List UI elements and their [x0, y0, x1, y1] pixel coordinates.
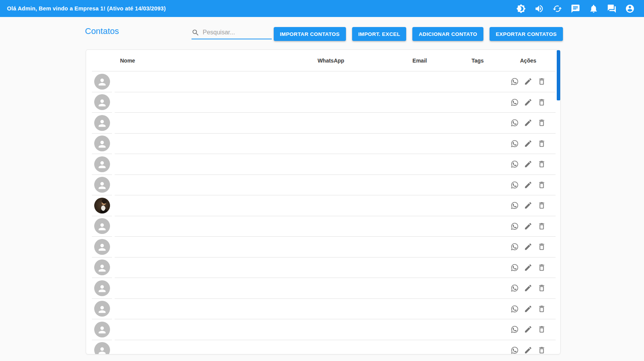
import-excel-button[interactable]: IMPORT. EXCEL: [352, 27, 407, 41]
edit-contact-button[interactable]: [523, 345, 533, 354]
delete-trash-icon: [537, 325, 546, 334]
row-cells: [115, 258, 556, 278]
delete-contact-button[interactable]: [537, 283, 547, 293]
delete-contact-button[interactable]: [537, 97, 547, 107]
edit-pencil-icon: [524, 263, 532, 272]
edit-pencil-icon: [524, 305, 532, 313]
delete-contact-button[interactable]: [537, 263, 547, 273]
person-icon: [97, 159, 107, 170]
table-row: [86, 278, 560, 299]
delete-contact-button[interactable]: [537, 76, 547, 86]
edit-contact-button[interactable]: [523, 118, 533, 128]
whatsapp-action-button[interactable]: [510, 324, 520, 334]
table-scrollbar-thumb[interactable]: [557, 50, 560, 100]
row-cells: [115, 299, 556, 320]
contact-avatar: [94, 156, 110, 172]
dark-mode-toggle-icon[interactable]: [516, 4, 526, 14]
whatsapp-action-button[interactable]: [510, 180, 520, 190]
search-field: [192, 26, 272, 39]
table-row: [86, 71, 560, 92]
delete-contact-button[interactable]: [537, 200, 547, 210]
whatsapp-icon: [510, 222, 519, 230]
add-contact-button[interactable]: ADICIONAR CONTATO: [412, 27, 483, 41]
edit-contact-button[interactable]: [523, 159, 533, 169]
whatsapp-action-button[interactable]: [510, 263, 520, 273]
avatar-cell: [92, 71, 112, 92]
contact-actions-cell: [501, 200, 556, 210]
row-cells: [115, 175, 556, 196]
delete-contact-button[interactable]: [537, 139, 547, 149]
table-row: [86, 258, 560, 278]
whatsapp-action-button[interactable]: [510, 139, 520, 149]
edit-contact-button[interactable]: [523, 263, 533, 273]
delete-contact-button[interactable]: [537, 345, 547, 354]
chat-icon[interactable]: [571, 4, 580, 14]
row-cells: [115, 134, 556, 154]
delete-contact-button[interactable]: [537, 118, 547, 128]
delete-contact-button[interactable]: [537, 180, 547, 190]
row-cells: [115, 319, 556, 340]
row-cells: [115, 278, 556, 299]
person-icon: [97, 222, 107, 232]
edit-contact-button[interactable]: [523, 97, 533, 107]
contact-actions-cell: [501, 242, 556, 252]
person-icon: [97, 118, 107, 129]
delete-contact-button[interactable]: [537, 242, 547, 252]
account-circle-icon[interactable]: [625, 4, 635, 14]
contact-avatar: [94, 239, 110, 255]
whatsapp-icon: [510, 284, 519, 292]
whatsapp-action-button[interactable]: [510, 242, 520, 252]
volume-icon[interactable]: [534, 4, 544, 14]
delete-contact-button[interactable]: [537, 304, 547, 314]
row-cells: [115, 237, 556, 258]
contact-actions-cell: [501, 118, 556, 128]
edit-contact-button[interactable]: [523, 324, 533, 334]
contacts-page-header: Contatos IMPORTAR CONTATOS IMPORT. EXCEL…: [86, 17, 563, 49]
whatsapp-action-button[interactable]: [510, 304, 520, 314]
search-input[interactable]: [203, 29, 272, 36]
edit-contact-button[interactable]: [523, 221, 533, 231]
whatsapp-action-button[interactable]: [510, 97, 520, 107]
edit-contact-button[interactable]: [523, 304, 533, 314]
whatsapp-icon: [510, 98, 519, 107]
edit-contact-button[interactable]: [523, 180, 533, 190]
edit-contact-button[interactable]: [523, 139, 533, 149]
whatsapp-action-button[interactable]: [510, 200, 520, 210]
delete-contact-button[interactable]: [537, 159, 547, 169]
whatsapp-action-button[interactable]: [510, 159, 520, 169]
edit-contact-button[interactable]: [523, 200, 533, 210]
table-row: [86, 216, 560, 237]
edit-pencil-icon: [524, 242, 532, 251]
column-header-email: Email: [385, 58, 454, 64]
table-row: [86, 340, 560, 355]
contact-avatar: [94, 322, 110, 337]
avatar-cell: [92, 154, 112, 175]
notifications-bell-icon[interactable]: [589, 4, 598, 14]
whatsapp-action-button[interactable]: [510, 118, 520, 128]
row-cells: [115, 92, 556, 113]
edit-contact-button[interactable]: [523, 76, 533, 86]
delete-trash-icon: [537, 201, 546, 210]
whatsapp-action-button[interactable]: [510, 221, 520, 231]
delete-trash-icon: [537, 139, 546, 148]
row-cells: [115, 154, 556, 175]
edit-pencil-icon: [524, 160, 532, 168]
whatsapp-icon: [510, 201, 519, 210]
export-contacts-button[interactable]: EXPORTAR CONTATOS: [490, 27, 563, 41]
edit-contact-button[interactable]: [523, 242, 533, 252]
whatsapp-action-button[interactable]: [510, 283, 520, 293]
edit-contact-button[interactable]: [523, 283, 533, 293]
delete-contact-button[interactable]: [537, 324, 547, 334]
forum-icon[interactable]: [607, 4, 617, 14]
import-contacts-button[interactable]: IMPORTAR CONTATOS: [274, 27, 346, 41]
person-icon: [97, 325, 107, 335]
refresh-icon[interactable]: [552, 4, 562, 14]
contact-actions-cell: [501, 97, 556, 107]
delete-contact-button[interactable]: [537, 221, 547, 231]
whatsapp-icon: [510, 119, 519, 127]
whatsapp-action-button[interactable]: [510, 76, 520, 86]
edit-pencil-icon: [524, 77, 532, 86]
whatsapp-action-button[interactable]: [510, 345, 520, 354]
contact-avatar: [94, 280, 110, 296]
contact-avatar: [94, 136, 110, 151]
